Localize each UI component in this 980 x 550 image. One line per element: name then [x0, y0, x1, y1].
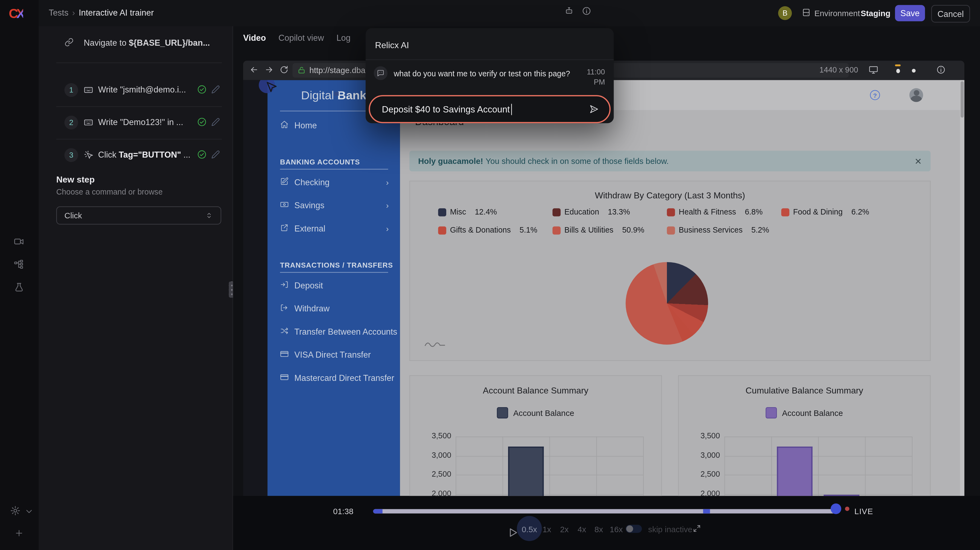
withdraw-category-card: Withdraw By Category (Last 3 Months) Mis…	[409, 181, 931, 361]
info-icon[interactable]	[936, 65, 945, 75]
legend-item[interactable]: Health & Fitness6.8%	[667, 207, 781, 217]
back-icon[interactable]	[250, 65, 259, 75]
monitor-icon[interactable]	[869, 65, 878, 75]
save-button[interactable]: Save	[895, 5, 925, 21]
legend-swatch	[667, 226, 675, 234]
timeline-knob[interactable]	[831, 504, 842, 514]
speed-1x[interactable]: 1x	[542, 525, 551, 534]
y-axis-tick: 3,000	[684, 451, 720, 459]
playback-time: 01:38	[333, 507, 353, 516]
check-circle-icon	[197, 117, 207, 127]
account-balance-card: Account Balance SummaryAccount Balance3,…	[409, 375, 662, 496]
nav-item-checking[interactable]: Checking›	[267, 176, 400, 191]
nav-section-header: BANKING ACCOUNTS	[280, 158, 360, 166]
pie-chart[interactable]	[625, 262, 708, 345]
forward-icon[interactable]	[264, 65, 274, 75]
sparkline-icon	[425, 339, 446, 348]
gridline	[643, 437, 644, 496]
new-step-title: New step	[56, 175, 95, 185]
legend-label: Bills & Utilities	[565, 226, 613, 234]
sitemap-icon[interactable]	[14, 259, 24, 269]
bar[interactable]	[508, 447, 544, 496]
alert-close-icon[interactable]: ✕	[915, 156, 922, 166]
gear-icon[interactable]	[10, 505, 21, 516]
edit-pencil-icon[interactable]	[212, 85, 220, 94]
robot-icon[interactable]	[565, 6, 574, 16]
scrollbar-thumb[interactable]	[961, 81, 964, 118]
legend-swatch	[553, 208, 561, 216]
url-text[interactable]: http://stage.dba	[309, 66, 365, 75]
nav-item-mastercard-direct-transfer[interactable]: Mastercard Direct Transfer	[267, 371, 400, 387]
cx-logo[interactable]: CX	[9, 6, 23, 21]
chat-bubble-icon	[374, 66, 387, 80]
cancel-button[interactable]: Cancel	[931, 5, 970, 22]
breadcrumb-tests[interactable]: Tests	[49, 8, 68, 18]
check-circle-icon	[197, 150, 207, 159]
tab-copilot-view[interactable]: Copilot view	[278, 33, 324, 42]
legend-item[interactable]: Business Services5.2%	[667, 225, 781, 235]
legend-item[interactable]: Gifts & Donations5.1%	[438, 225, 552, 235]
nav-item-transfer-between-accounts[interactable]: Transfer Between Accounts	[267, 325, 400, 340]
tab-video[interactable]: Video	[243, 33, 266, 42]
legend-item[interactable]: Food & Dining6.2%	[781, 207, 896, 217]
fullscreen-icon[interactable]	[693, 524, 702, 533]
legend-percent: 13.3%	[608, 208, 630, 217]
banking-main: ? Dashboard Holy guacamole! You should c…	[400, 80, 964, 496]
help-icon[interactable]	[582, 6, 591, 16]
refresh-icon[interactable]	[280, 65, 289, 75]
edit-pencil-icon[interactable]	[212, 150, 220, 159]
plus-icon[interactable]	[14, 528, 24, 538]
nav-item-withdraw[interactable]: Withdraw	[267, 302, 400, 317]
speed-0.5x[interactable]: 0.5x	[522, 525, 537, 534]
chevron-down-icon[interactable]	[25, 507, 33, 515]
bar-legend[interactable]: Account Balance	[410, 407, 661, 418]
skip-inactive-toggle[interactable]	[625, 525, 642, 533]
bar[interactable]	[777, 447, 812, 496]
card-icon	[280, 350, 289, 359]
skip-inactive-label[interactable]: skip inactive	[648, 525, 692, 534]
edit-pencil-icon[interactable]	[212, 118, 220, 126]
step-row-1[interactable]: 1Write "jsmith@demo.i...	[39, 74, 233, 107]
video-frame[interactable]: Digital Bank HomeBANKING ACCOUNTSCheckin…	[243, 80, 964, 496]
environment-value[interactable]: Staging	[861, 9, 890, 18]
legend-item[interactable]: Education13.3%	[553, 207, 667, 217]
pie-chart-title: Withdraw By Category (Last 3 Months)	[410, 190, 930, 200]
speed-16x[interactable]: 16x	[610, 525, 623, 534]
ai-prompt-input[interactable]: Deposit $40 to Savings Account	[369, 95, 611, 123]
y-axis-tick: 3,000	[415, 451, 452, 459]
flask-icon[interactable]	[14, 282, 24, 293]
gridline	[818, 437, 819, 496]
scrollbar[interactable]	[960, 80, 964, 496]
top-bar: Tests›Interactive AI trainer B Environme…	[39, 0, 980, 27]
timeline-marker	[703, 509, 710, 513]
step-row-2[interactable]: 2Write "Demo123!" in ...	[39, 107, 233, 139]
navigate-step[interactable]: Navigate to ${BASE_URL}/ban...	[84, 38, 228, 47]
user-avatar[interactable]: B	[778, 6, 792, 20]
speed-2x[interactable]: 2x	[560, 525, 568, 534]
bar-legend[interactable]: Account Balance	[679, 407, 930, 418]
tab-log[interactable]: Log	[336, 33, 350, 42]
nav-item-savings[interactable]: Savings›	[267, 199, 400, 214]
step-row-3[interactable]: 3Click Tag="BUTTON" ...	[39, 139, 233, 171]
speed-8x[interactable]: 8x	[595, 525, 603, 534]
nav-item-deposit[interactable]: Deposit	[267, 279, 400, 294]
timeline-track[interactable]	[373, 509, 835, 513]
command-select[interactable]: Click	[56, 206, 221, 225]
speed-4x[interactable]: 4x	[578, 525, 586, 534]
legend-percent: 6.8%	[745, 208, 763, 217]
nav-item-visa-direct-transfer[interactable]: VISA Direct Transfer	[267, 348, 400, 363]
y-axis-tick: 2,500	[415, 470, 452, 478]
send-icon[interactable]	[589, 104, 600, 115]
banking-avatar[interactable]	[910, 88, 923, 102]
legend-item[interactable]: Bills & Utilities50.9%	[553, 225, 667, 235]
banking-help-icon[interactable]: ?	[870, 90, 880, 100]
breadcrumb: Tests›Interactive AI trainer	[49, 8, 154, 18]
legend-item[interactable]: Misc12.4%	[438, 207, 552, 217]
video-camera-icon[interactable]	[14, 236, 24, 247]
step-number: 2	[64, 116, 78, 129]
step-text: Click Tag="BUTTON" ...	[98, 150, 231, 159]
nav-item-external[interactable]: External›	[267, 222, 400, 237]
breadcrumb-current: Interactive AI trainer	[79, 8, 154, 18]
alert-text: You should check in on some of those fie…	[485, 156, 669, 166]
play-icon[interactable]	[509, 528, 518, 537]
